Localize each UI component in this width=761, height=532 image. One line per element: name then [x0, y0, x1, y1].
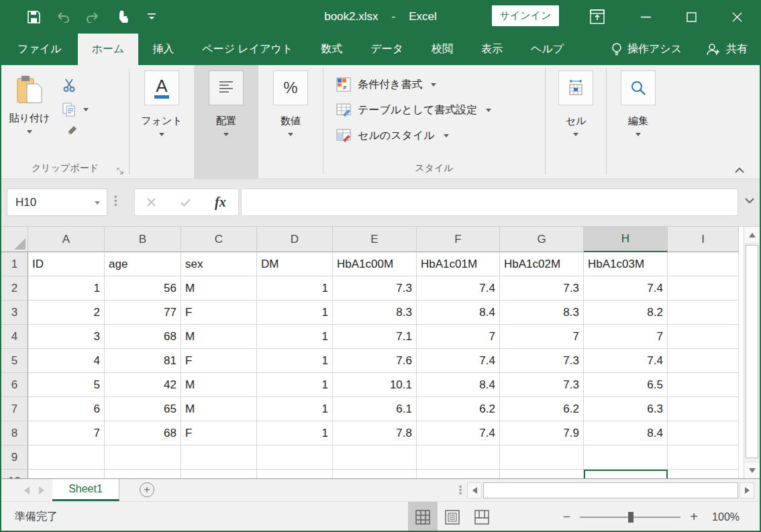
cell-E4[interactable]: 7.1 [333, 325, 417, 349]
cell-G9[interactable] [500, 445, 584, 470]
cell-A7[interactable]: 6 [28, 397, 105, 421]
conditional-formatting-button[interactable]: ≠ 条件付き書式 [336, 72, 545, 97]
customize-qat-icon[interactable] [137, 5, 166, 29]
expand-formula-bar-icon[interactable] [745, 198, 754, 203]
ribbon-display-options-icon[interactable] [577, 0, 617, 34]
next-sheet-icon[interactable] [39, 486, 44, 494]
column-header-G[interactable]: G [500, 227, 584, 252]
column-header-F[interactable]: F [417, 227, 500, 252]
hscroll-track[interactable] [482, 482, 740, 498]
cell-I4[interactable] [668, 325, 739, 349]
scroll-right-icon[interactable] [740, 482, 754, 498]
tab-formulas[interactable]: 数式 [307, 34, 356, 65]
editing-group-collapsed[interactable]: 編集 [607, 65, 670, 178]
row-header-2[interactable]: 2 [1, 276, 28, 301]
undo-icon[interactable] [48, 5, 78, 29]
copy-button[interactable] [62, 101, 89, 117]
cell-C6[interactable]: M [181, 373, 257, 397]
page-layout-view-icon[interactable] [438, 502, 467, 532]
cell-E8[interactable]: 7.8 [333, 421, 417, 445]
scroll-down-icon[interactable] [744, 462, 760, 478]
cell-F9[interactable] [417, 445, 500, 470]
cell-F5[interactable]: 7.4 [417, 349, 500, 373]
collapse-ribbon-icon[interactable] [734, 167, 745, 173]
cell-styles-button[interactable]: セルのスタイル [336, 123, 545, 148]
column-header-D[interactable]: D [257, 227, 333, 252]
formula-bar-resize-handle[interactable]: ••• [114, 195, 117, 207]
vertical-scroll-thumb[interactable] [746, 245, 758, 458]
prev-sheet-icon[interactable] [24, 486, 30, 494]
format-as-table-caret[interactable] [486, 109, 491, 112]
cell-C2[interactable]: M [181, 276, 257, 301]
formula-input[interactable] [241, 189, 738, 216]
cell-D2[interactable]: 1 [257, 276, 333, 301]
cell-G4[interactable]: 7 [500, 325, 584, 349]
cell-D1[interactable]: DM [257, 252, 333, 276]
alignment-dropdown-caret[interactable] [223, 133, 229, 136]
maximize-button[interactable] [668, 0, 714, 34]
cell-B7[interactable]: 65 [105, 397, 181, 421]
cell-B5[interactable]: 81 [105, 349, 181, 373]
scroll-up-icon[interactable] [744, 227, 760, 244]
close-button[interactable] [714, 0, 760, 34]
font-dropdown-caret[interactable] [159, 133, 164, 136]
zoom-out-icon[interactable]: − [563, 509, 571, 525]
format-as-table-button[interactable]: テーブルとして書式設定 [336, 97, 545, 123]
cell-A3[interactable]: 2 [28, 301, 105, 325]
cell-H8[interactable]: 8.4 [584, 421, 668, 445]
insert-function-icon[interactable]: fx [215, 195, 226, 210]
conditional-formatting-caret[interactable] [431, 83, 436, 87]
cell-B8[interactable]: 68 [105, 421, 181, 445]
cell-C4[interactable]: M [181, 325, 257, 349]
tab-review[interactable]: 校閲 [417, 34, 467, 65]
row-header-5[interactable]: 5 [1, 349, 28, 373]
paste-button[interactable]: 貼り付け [1, 70, 58, 142]
cell-A10[interactable] [28, 470, 105, 478]
cell-G10[interactable] [500, 470, 584, 478]
vertical-scrollbar[interactable] [744, 227, 760, 478]
column-header-C[interactable]: C [181, 227, 257, 252]
cell-H5[interactable]: 7.4 [584, 349, 668, 373]
cell-D6[interactable]: 1 [257, 373, 333, 397]
cell-G6[interactable]: 7.3 [500, 373, 584, 397]
copy-dropdown-caret[interactable] [83, 108, 89, 111]
tell-me-button[interactable]: 操作アシス [599, 42, 694, 57]
row-header-4[interactable]: 4 [1, 325, 28, 349]
cut-button[interactable] [62, 77, 89, 93]
tab-home[interactable]: ホーム [78, 34, 139, 65]
select-all-corner[interactable] [1, 227, 28, 252]
cell-B6[interactable]: 42 [105, 373, 181, 397]
name-box-caret[interactable] [95, 201, 100, 205]
cell-E2[interactable]: 7.3 [333, 276, 417, 301]
cell-E1[interactable]: HbA1c00M [333, 252, 417, 276]
cell-A6[interactable]: 5 [28, 373, 105, 397]
cell-styles-caret[interactable] [444, 134, 449, 138]
cell-C1[interactable]: sex [181, 252, 257, 276]
cell-G2[interactable]: 7.3 [500, 276, 584, 301]
column-header-I[interactable]: I [668, 227, 739, 252]
tab-help[interactable]: ヘルプ [517, 34, 578, 65]
cancel-entry-icon[interactable] [147, 198, 156, 207]
cell-F6[interactable]: 8.4 [417, 373, 500, 397]
cell-F2[interactable]: 7.4 [417, 276, 500, 301]
cell-H9[interactable] [584, 445, 668, 470]
cell-H6[interactable]: 6.5 [584, 373, 668, 397]
horizontal-scroll-thumb[interactable] [483, 482, 738, 498]
cell-E5[interactable]: 7.6 [333, 349, 417, 373]
row-header-10[interactable]: 10 [1, 470, 28, 478]
column-header-H[interactable]: H [584, 227, 668, 252]
cell-D5[interactable]: 1 [257, 349, 333, 373]
cell-I3[interactable] [668, 301, 739, 325]
tab-data[interactable]: データ [356, 34, 417, 65]
cell-D10[interactable] [257, 470, 333, 478]
paste-dropdown-caret[interactable] [27, 130, 32, 134]
cell-A5[interactable]: 4 [28, 349, 105, 373]
cell-B2[interactable]: 56 [105, 276, 181, 301]
cell-H7[interactable]: 6.3 [584, 397, 668, 421]
column-header-B[interactable]: B [105, 227, 181, 252]
cell-E10[interactable] [333, 470, 417, 478]
page-break-view-icon[interactable] [467, 502, 497, 532]
row-header-6[interactable]: 6 [1, 373, 28, 397]
confirm-entry-icon[interactable] [181, 199, 191, 207]
sign-in-button[interactable]: サインイン [492, 5, 559, 26]
